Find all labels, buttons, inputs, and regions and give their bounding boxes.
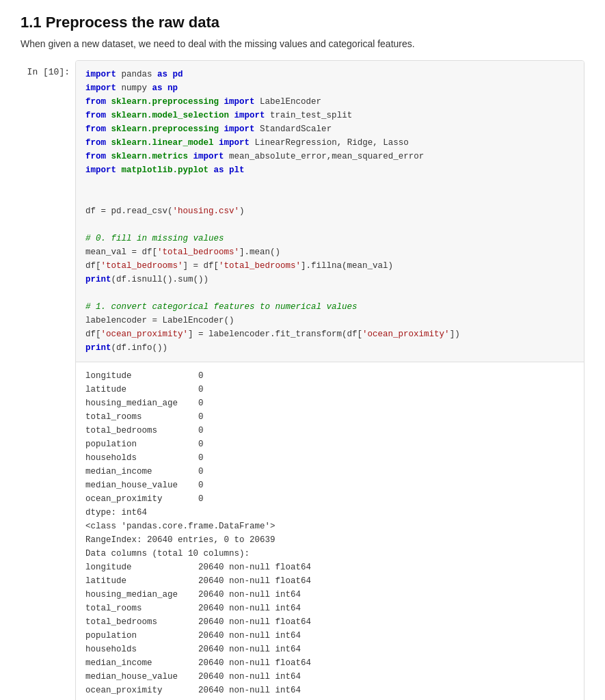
output-block: longitude 0 latitude 0 housing_median_ag… xyxy=(76,362,584,700)
page-container: 1.1 Preprocess the raw data When given a… xyxy=(21,14,584,700)
page-title: 1.1 Preprocess the raw data xyxy=(21,14,584,31)
cell-content: import pandas as pd import numpy as np f… xyxy=(75,60,584,700)
code-block[interactable]: import pandas as pd import numpy as np f… xyxy=(76,61,584,362)
notebook-cell: In [10]: import pandas as pd import nump… xyxy=(21,60,584,700)
description: When given a new dataset, we need to dea… xyxy=(21,38,584,49)
cell-label: In [10]: xyxy=(21,60,75,77)
